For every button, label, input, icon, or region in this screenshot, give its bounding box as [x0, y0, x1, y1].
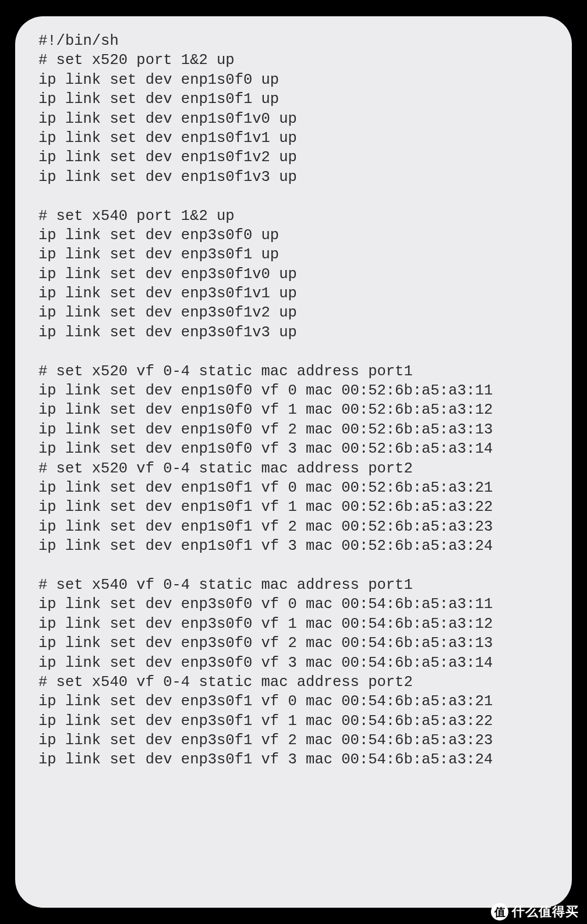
watermark-text: 什么值得买	[512, 903, 579, 921]
shell-script: #!/bin/sh # set x520 port 1&2 up ip link…	[38, 31, 549, 770]
code-card: #!/bin/sh # set x520 port 1&2 up ip link…	[15, 16, 572, 908]
watermark-badge-icon: 值	[491, 903, 508, 921]
watermark: 值 什么值得买	[491, 903, 579, 921]
